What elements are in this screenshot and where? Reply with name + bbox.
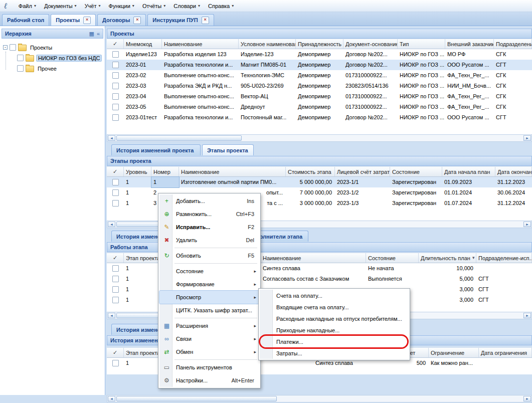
- section-tab[interactable]: Этапы проекта: [202, 144, 254, 155]
- column-header[interactable]: Принадлежность: [296, 39, 343, 49]
- menu-item[interactable]: ✎Исправить...F2: [159, 221, 259, 234]
- tree-item[interactable]: НИОКР по ГОЗ без НДС: [0, 53, 105, 63]
- tree-checkbox[interactable]: [10, 44, 16, 51]
- table-row[interactable]: 2023-05Выполнение опытно-конс...Дредноут…: [107, 102, 532, 112]
- checkbox-column-header[interactable]: ✓: [107, 253, 124, 263]
- scroll-left-button[interactable]: [108, 222, 115, 227]
- column-header[interactable]: Подразделение: [494, 39, 532, 49]
- column-header[interactable]: Подразделение-исп...: [476, 253, 532, 263]
- scroll-right-button[interactable]: [523, 222, 531, 227]
- scroll-left-button[interactable]: [108, 396, 115, 401]
- menu-item[interactable]: ▭Панель инструментов: [159, 361, 259, 374]
- row-checkbox[interactable]: [112, 51, 119, 58]
- column-header[interactable]: Длительность план▾: [419, 253, 476, 263]
- menu-item[interactable]: Входящие счета на оплату...: [260, 301, 409, 313]
- row-checkbox[interactable]: [112, 265, 119, 272]
- column-header[interactable]: Стоимость этапа: [286, 167, 335, 176]
- table-row[interactable]: 2023-01тестРазработка технологии и...Пос…: [107, 112, 532, 123]
- column-header[interactable]: Наименование: [179, 167, 286, 176]
- menu-item[interactable]: Просмотр▸: [159, 291, 259, 304]
- table-row[interactable]: 11Изготовление опытной партии ПМ0...5 00…: [107, 177, 532, 187]
- menu-item[interactable]: ЦИТК. Указать шифр затрат...: [159, 304, 259, 317]
- section-tab[interactable]: История изменений проекта: [111, 144, 201, 155]
- menu-item[interactable]: Формирование▸: [159, 278, 259, 291]
- tree-item[interactable]: Прочее: [0, 63, 105, 74]
- column-header[interactable]: Состояние: [390, 167, 442, 176]
- scroll-left-button[interactable]: [108, 313, 115, 318]
- menu-item[interactable]: Счета на оплату...: [260, 290, 409, 301]
- row-checkbox[interactable]: [112, 93, 119, 100]
- workspace-tab[interactable]: Договоры×: [97, 14, 146, 26]
- tab-close-icon[interactable]: ×: [83, 17, 91, 24]
- column-header[interactable]: Наименование: [162, 39, 239, 49]
- row-checkbox[interactable]: [112, 179, 119, 185]
- scroll-right-button[interactable]: [523, 396, 531, 401]
- table-row[interactable]: Изделие123Разработка изделия 123Изделие-…: [107, 49, 532, 60]
- table-row[interactable]: 2023-04Выполнение опытно-конс...Вектор-А…: [107, 91, 532, 102]
- table-row[interactable]: 2023-03Разработка ЭКД и РКД н...905-U020…: [107, 81, 532, 91]
- menubar-item[interactable]: Файл▾: [15, 2, 40, 11]
- tree-expander-icon[interactable]: -: [3, 45, 8, 50]
- scrollbar-thumb[interactable]: [116, 396, 277, 401]
- row-checkbox[interactable]: [112, 104, 119, 110]
- table-row[interactable]: 2023-01Разработка технологии и...Магнит …: [107, 60, 532, 70]
- menu-item[interactable]: ∞Связи▸: [159, 332, 259, 345]
- horizontal-scrollbar[interactable]: [107, 134, 532, 142]
- checkbox-column-header[interactable]: ✓: [107, 167, 124, 176]
- row-checkbox[interactable]: [112, 297, 119, 303]
- tree-checkbox[interactable]: [17, 65, 24, 72]
- row-checkbox[interactable]: [112, 200, 119, 207]
- row-checkbox[interactable]: [112, 62, 119, 68]
- column-header[interactable]: Внешний заказчик: [445, 39, 494, 49]
- menu-item[interactable]: Приходные накладные...: [260, 324, 409, 336]
- workspace-tab[interactable]: Инструкции ПУП×: [147, 14, 214, 26]
- tree-checkbox[interactable]: [17, 55, 24, 61]
- row-checkbox[interactable]: [112, 189, 119, 196]
- scroll-right-button[interactable]: [523, 313, 531, 318]
- row-checkbox[interactable]: [112, 114, 119, 121]
- column-header[interactable]: Состояние: [366, 253, 419, 263]
- workspace-tab[interactable]: Проекты×: [51, 14, 96, 26]
- scroll-left-button[interactable]: [108, 135, 115, 141]
- menu-item[interactable]: ⚙Настройки...Alt+Enter: [159, 374, 259, 387]
- column-header[interactable]: Тип: [398, 39, 445, 49]
- column-header[interactable]: Ограничение: [429, 348, 479, 357]
- row-checkbox[interactable]: [112, 72, 119, 79]
- menu-item[interactable]: ▦Расширения▸: [159, 319, 259, 332]
- tab-close-icon[interactable]: ×: [202, 17, 209, 24]
- menubar-item[interactable]: Функции▾: [105, 2, 138, 11]
- column-header[interactable]: Наименование: [261, 253, 366, 263]
- menu-item[interactable]: Платежи...: [260, 336, 409, 347]
- tab-close-icon[interactable]: ×: [133, 17, 141, 24]
- row-checkbox[interactable]: [112, 276, 119, 282]
- collapse-panel-icon[interactable]: «: [97, 31, 100, 37]
- menu-item[interactable]: ⊕Размножить...Ctrl+F3: [159, 208, 259, 221]
- column-header[interactable]: Дата ограничения: [479, 348, 532, 357]
- menu-item[interactable]: ⇄Обмен▸: [159, 345, 259, 358]
- column-header[interactable]: Дата начала план: [442, 167, 495, 176]
- column-header[interactable]: Номер: [151, 167, 179, 176]
- menu-item[interactable]: ✖УдалитьDel: [159, 234, 259, 247]
- row-checkbox[interactable]: [112, 360, 119, 366]
- menu-item[interactable]: Состояние▸: [159, 265, 259, 278]
- column-header[interactable]: Условное наименование: [239, 39, 296, 49]
- hierarchy-grid-icon[interactable]: ▦: [89, 31, 94, 37]
- table-row[interactable]: 2023-02Выполнение опытно-конс...Технолог…: [107, 70, 532, 81]
- menubar-item[interactable]: Учёт▾: [81, 2, 105, 11]
- column-header[interactable]: Мнемокод: [124, 39, 162, 49]
- scroll-right-button[interactable]: [523, 135, 531, 141]
- menu-item[interactable]: Затраты...: [260, 347, 409, 359]
- column-header[interactable]: Уровень: [124, 167, 151, 176]
- menubar-item[interactable]: Отчёты▾: [138, 2, 169, 11]
- column-header[interactable]: Лицевой счёт затрат: [335, 167, 390, 176]
- menubar-item[interactable]: Словари▾: [169, 2, 204, 11]
- horizontal-scrollbar[interactable]: [107, 395, 532, 402]
- menu-item[interactable]: ↻ОбновитьF5: [159, 249, 259, 262]
- menu-item[interactable]: Расходные накладные на отпуск потребител…: [260, 313, 409, 324]
- checkbox-column-header[interactable]: ✓: [107, 348, 124, 357]
- column-header[interactable]: Документ-основание: [343, 39, 398, 49]
- checkbox-column-header[interactable]: ✓: [107, 39, 124, 49]
- workspace-tab[interactable]: Рабочий стол: [2, 14, 49, 26]
- tree-item[interactable]: -Проекты: [0, 42, 105, 53]
- menubar-item[interactable]: Справка▾: [204, 2, 238, 11]
